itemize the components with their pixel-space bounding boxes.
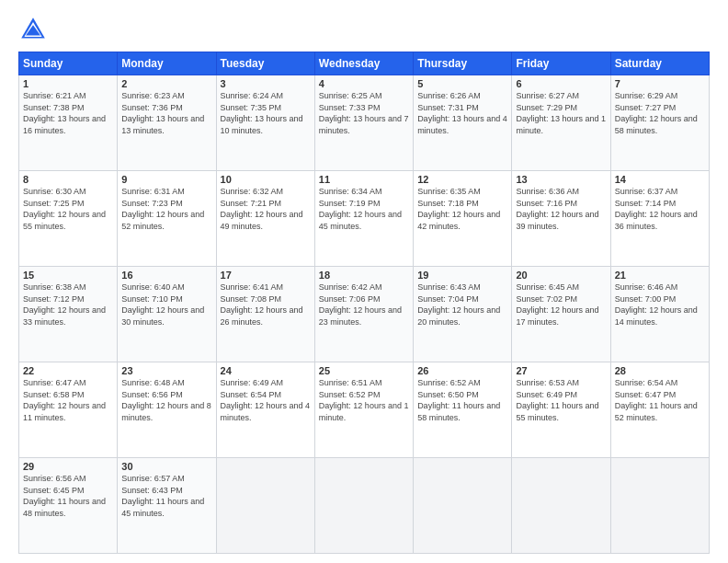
day-info: Sunrise: 6:45 AMSunset: 7:02 PMDaylight:… [516, 282, 598, 327]
day-number: 10 [221, 174, 311, 185]
day-info: Sunrise: 6:25 AMSunset: 7:33 PMDaylight:… [319, 91, 409, 135]
day-info: Sunrise: 6:52 AMSunset: 6:50 PMDaylight:… [417, 378, 500, 422]
day-cell-5: 5Sunrise: 6:26 AMSunset: 7:31 PMDaylight… [414, 75, 512, 171]
day-cell-11: 11Sunrise: 6:34 AMSunset: 7:19 PMDayligh… [314, 171, 413, 267]
day-number: 16 [121, 270, 211, 281]
day-info: Sunrise: 6:31 AMSunset: 7:23 PMDaylight:… [121, 187, 204, 231]
day-info: Sunrise: 6:36 AMSunset: 7:16 PMDaylight:… [516, 187, 598, 231]
col-header-wednesday: Wednesday [314, 52, 413, 75]
col-header-friday: Friday [512, 52, 610, 75]
day-number: 21 [615, 270, 705, 281]
day-cell-16: 16Sunrise: 6:40 AMSunset: 7:10 PMDayligh… [118, 267, 216, 362]
day-number: 3 [221, 78, 311, 89]
day-number: 5 [417, 78, 507, 89]
day-info: Sunrise: 6:24 AMSunset: 7:35 PMDaylight:… [221, 91, 303, 135]
day-number: 4 [319, 78, 409, 89]
day-info: Sunrise: 6:29 AMSunset: 7:27 PMDaylight:… [615, 91, 698, 135]
day-cell-28: 28Sunrise: 6:54 AMSunset: 6:47 PMDayligh… [610, 362, 709, 458]
day-number: 30 [121, 461, 211, 472]
empty-cell [314, 458, 413, 554]
day-info: Sunrise: 6:32 AMSunset: 7:21 PMDaylight:… [221, 187, 303, 231]
logo-icon [18, 15, 48, 44]
day-number: 6 [516, 78, 606, 89]
day-info: Sunrise: 6:46 AMSunset: 7:00 PMDaylight:… [615, 282, 698, 327]
calendar: SundayMondayTuesdayWednesdayThursdayFrid… [18, 52, 710, 554]
week-row-2: 8Sunrise: 6:30 AMSunset: 7:25 PMDaylight… [19, 171, 710, 267]
day-cell-6: 6Sunrise: 6:27 AMSunset: 7:29 PMDaylight… [512, 75, 610, 171]
day-number: 13 [516, 174, 606, 185]
day-info: Sunrise: 6:27 AMSunset: 7:29 PMDaylight:… [516, 91, 606, 135]
week-row-4: 22Sunrise: 6:47 AMSunset: 6:58 PMDayligh… [19, 362, 710, 458]
day-cell-15: 15Sunrise: 6:38 AMSunset: 7:12 PMDayligh… [19, 267, 118, 362]
day-cell-30: 30Sunrise: 6:57 AMSunset: 6:43 PMDayligh… [118, 458, 216, 554]
day-info: Sunrise: 6:26 AMSunset: 7:31 PMDaylight:… [417, 91, 507, 135]
day-cell-29: 29Sunrise: 6:56 AMSunset: 6:45 PMDayligh… [19, 458, 118, 554]
week-row-1: 1Sunrise: 6:21 AMSunset: 7:38 PMDaylight… [19, 75, 710, 171]
day-info: Sunrise: 6:47 AMSunset: 6:58 PMDaylight:… [23, 378, 106, 422]
calendar-body: 1Sunrise: 6:21 AMSunset: 7:38 PMDaylight… [19, 75, 710, 554]
day-cell-18: 18Sunrise: 6:42 AMSunset: 7:06 PMDayligh… [314, 267, 413, 362]
day-cell-2: 2Sunrise: 6:23 AMSunset: 7:36 PMDaylight… [118, 75, 216, 171]
day-cell-13: 13Sunrise: 6:36 AMSunset: 7:16 PMDayligh… [512, 171, 610, 267]
day-number: 7 [615, 78, 705, 89]
day-number: 25 [319, 365, 409, 376]
day-info: Sunrise: 6:49 AMSunset: 6:54 PMDaylight:… [221, 378, 311, 422]
empty-cell [512, 458, 610, 554]
day-info: Sunrise: 6:37 AMSunset: 7:14 PMDaylight:… [615, 187, 698, 231]
day-info: Sunrise: 6:30 AMSunset: 7:25 PMDaylight:… [23, 187, 106, 231]
day-cell-12: 12Sunrise: 6:35 AMSunset: 7:18 PMDayligh… [414, 171, 512, 267]
week-row-5: 29Sunrise: 6:56 AMSunset: 6:45 PMDayligh… [19, 458, 710, 554]
day-number: 11 [319, 174, 409, 185]
day-cell-7: 7Sunrise: 6:29 AMSunset: 7:27 PMDaylight… [610, 75, 709, 171]
day-number: 20 [516, 270, 606, 281]
day-cell-21: 21Sunrise: 6:46 AMSunset: 7:00 PMDayligh… [610, 267, 709, 362]
day-info: Sunrise: 6:21 AMSunset: 7:38 PMDaylight:… [23, 91, 106, 135]
day-info: Sunrise: 6:42 AMSunset: 7:06 PMDaylight:… [319, 282, 402, 327]
week-row-3: 15Sunrise: 6:38 AMSunset: 7:12 PMDayligh… [19, 267, 710, 362]
day-cell-22: 22Sunrise: 6:47 AMSunset: 6:58 PMDayligh… [19, 362, 118, 458]
day-number: 26 [417, 365, 507, 376]
empty-cell [610, 458, 709, 554]
empty-cell [414, 458, 512, 554]
day-cell-17: 17Sunrise: 6:41 AMSunset: 7:08 PMDayligh… [216, 267, 314, 362]
day-cell-26: 26Sunrise: 6:52 AMSunset: 6:50 PMDayligh… [414, 362, 512, 458]
col-header-saturday: Saturday [610, 52, 709, 75]
day-number: 8 [23, 174, 113, 185]
day-info: Sunrise: 6:23 AMSunset: 7:36 PMDaylight:… [121, 91, 204, 135]
day-number: 15 [23, 270, 113, 281]
day-cell-20: 20Sunrise: 6:45 AMSunset: 7:02 PMDayligh… [512, 267, 610, 362]
day-info: Sunrise: 6:34 AMSunset: 7:19 PMDaylight:… [319, 187, 402, 231]
header [18, 15, 710, 44]
day-number: 23 [121, 365, 211, 376]
day-number: 9 [121, 174, 211, 185]
col-header-tuesday: Tuesday [216, 52, 314, 75]
day-info: Sunrise: 6:48 AMSunset: 6:56 PMDaylight:… [121, 378, 211, 422]
calendar-header: SundayMondayTuesdayWednesdayThursdayFrid… [19, 52, 710, 75]
header-row: SundayMondayTuesdayWednesdayThursdayFrid… [19, 52, 710, 75]
day-cell-10: 10Sunrise: 6:32 AMSunset: 7:21 PMDayligh… [216, 171, 314, 267]
empty-cell [216, 458, 314, 554]
logo [18, 15, 51, 44]
day-cell-23: 23Sunrise: 6:48 AMSunset: 6:56 PMDayligh… [118, 362, 216, 458]
day-number: 14 [615, 174, 705, 185]
day-cell-3: 3Sunrise: 6:24 AMSunset: 7:35 PMDaylight… [216, 75, 314, 171]
day-info: Sunrise: 6:51 AMSunset: 6:52 PMDaylight:… [319, 378, 409, 422]
day-number: 24 [221, 365, 311, 376]
day-cell-24: 24Sunrise: 6:49 AMSunset: 6:54 PMDayligh… [216, 362, 314, 458]
day-number: 29 [23, 461, 113, 472]
day-info: Sunrise: 6:41 AMSunset: 7:08 PMDaylight:… [221, 282, 303, 327]
col-header-sunday: Sunday [19, 52, 118, 75]
day-info: Sunrise: 6:38 AMSunset: 7:12 PMDaylight:… [23, 282, 106, 327]
day-info: Sunrise: 6:56 AMSunset: 6:45 PMDaylight:… [23, 474, 106, 518]
col-header-monday: Monday [118, 52, 216, 75]
day-info: Sunrise: 6:54 AMSunset: 6:47 PMDaylight:… [615, 378, 698, 422]
day-info: Sunrise: 6:35 AMSunset: 7:18 PMDaylight:… [417, 187, 500, 231]
day-cell-27: 27Sunrise: 6:53 AMSunset: 6:49 PMDayligh… [512, 362, 610, 458]
day-number: 19 [417, 270, 507, 281]
day-number: 18 [319, 270, 409, 281]
day-cell-1: 1Sunrise: 6:21 AMSunset: 7:38 PMDaylight… [19, 75, 118, 171]
day-cell-4: 4Sunrise: 6:25 AMSunset: 7:33 PMDaylight… [314, 75, 413, 171]
day-info: Sunrise: 6:40 AMSunset: 7:10 PMDaylight:… [121, 282, 204, 327]
day-cell-9: 9Sunrise: 6:31 AMSunset: 7:23 PMDaylight… [118, 171, 216, 267]
col-header-thursday: Thursday [414, 52, 512, 75]
